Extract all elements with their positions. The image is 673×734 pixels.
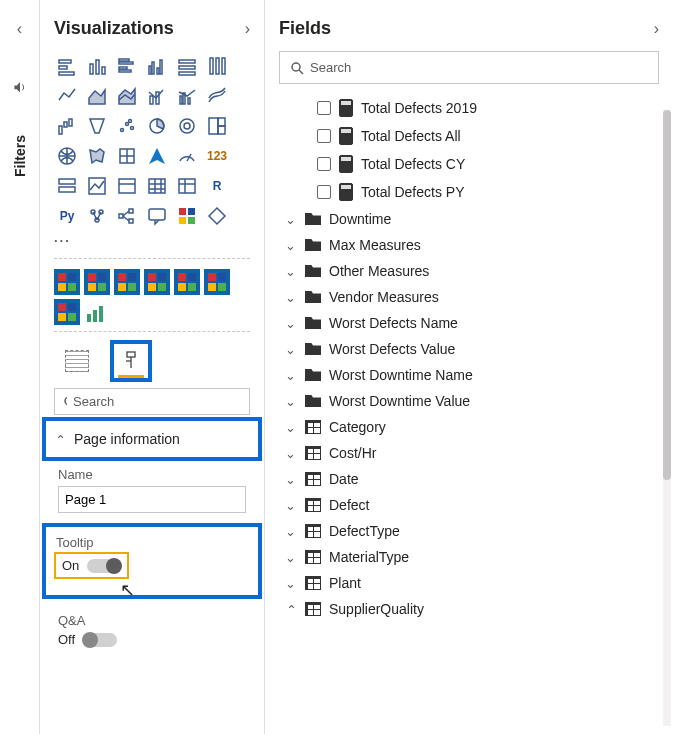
hundred-stacked-column-icon[interactable]	[204, 53, 230, 79]
svg-rect-13	[160, 60, 162, 74]
scrollbar[interactable]	[663, 110, 671, 726]
gauge-icon[interactable]	[174, 143, 200, 169]
smart-narrative-icon[interactable]	[174, 203, 200, 229]
checkbox[interactable]	[317, 101, 331, 115]
area-chart-icon[interactable]	[84, 83, 110, 109]
pie-icon[interactable]	[144, 113, 170, 139]
chevron-down-icon: ⌄	[285, 576, 297, 591]
stacked-area-icon[interactable]	[114, 83, 140, 109]
format-tab-icon[interactable]	[114, 344, 148, 378]
decomposition-tree-icon[interactable]	[114, 203, 140, 229]
line-stacked-column-icon[interactable]	[144, 83, 170, 109]
funnel-icon[interactable]	[84, 113, 110, 139]
r-visual-icon[interactable]: R	[204, 173, 230, 199]
treemap-icon[interactable]	[204, 113, 230, 139]
field-label: Downtime	[329, 211, 391, 227]
svg-rect-69	[179, 217, 186, 224]
stacked-bar-icon[interactable]	[54, 53, 80, 79]
table-icon[interactable]	[144, 173, 170, 199]
field-row[interactable]: ⌄DefectType	[265, 518, 673, 544]
collapse-fields-chevron-icon[interactable]: ›	[654, 20, 659, 38]
qa-visual-icon[interactable]	[144, 203, 170, 229]
qa-toggle[interactable]: Off	[58, 632, 246, 647]
format-search-input[interactable]	[73, 394, 241, 409]
ribbon-chart-icon[interactable]	[204, 83, 230, 109]
slicer-icon[interactable]	[114, 173, 140, 199]
donut-icon[interactable]	[174, 113, 200, 139]
field-row[interactable]: ⌄Plant	[265, 570, 673, 596]
page-information-section[interactable]: ⌄ Page information	[46, 421, 258, 457]
field-row[interactable]: Total Defects PY	[265, 178, 673, 206]
measure-icon	[339, 99, 353, 117]
field-row[interactable]: ⌄Cost/Hr	[265, 440, 673, 466]
field-row[interactable]: ⌄Category	[265, 414, 673, 440]
multi-row-card-icon[interactable]	[54, 173, 80, 199]
field-row[interactable]: ⌄Max Measures	[265, 232, 673, 258]
hundred-stacked-bar-icon[interactable]	[174, 53, 200, 79]
expand-left-chevron-icon[interactable]: ‹	[17, 20, 22, 38]
azure-map-icon[interactable]	[144, 143, 170, 169]
field-row[interactable]: ⌄Vendor Measures	[265, 284, 673, 310]
checkbox[interactable]	[317, 185, 331, 199]
key-influencers-icon[interactable]	[84, 203, 110, 229]
line-chart-icon[interactable]	[54, 83, 80, 109]
field-row[interactable]: ⌄Other Measures	[265, 258, 673, 284]
svg-point-34	[129, 120, 132, 123]
custom-visual-5[interactable]	[174, 269, 200, 295]
filters-pane-collapsed[interactable]: Filters	[12, 135, 28, 177]
chevron-down-icon: ⌄	[285, 472, 297, 487]
custom-visual-4[interactable]	[144, 269, 170, 295]
field-row[interactable]: Total Defects CY	[265, 150, 673, 178]
fields-tab-icon[interactable]	[60, 344, 94, 378]
matrix-icon[interactable]	[174, 173, 200, 199]
field-row[interactable]: ⌄Worst Downtime Name	[265, 362, 673, 388]
scrollbar-thumb[interactable]	[663, 110, 671, 480]
fields-search[interactable]	[279, 51, 659, 84]
scatter-icon[interactable]	[114, 113, 140, 139]
field-row[interactable]: ⌄Worst Defects Value	[265, 336, 673, 362]
field-row[interactable]: ⌄Worst Downtime Value	[265, 388, 673, 414]
collapse-visualizations-chevron-icon[interactable]: ›	[245, 20, 250, 38]
field-row[interactable]: ⌄Defect	[265, 492, 673, 518]
map-icon[interactable]	[54, 143, 80, 169]
shape-map-icon[interactable]	[114, 143, 140, 169]
filled-map-icon[interactable]	[84, 143, 110, 169]
field-row[interactable]: Total Defects 2019	[265, 94, 673, 122]
tooltip-toggle[interactable]: On	[56, 554, 127, 577]
field-row[interactable]: ⌄MaterialType	[265, 544, 673, 570]
kpi-icon[interactable]	[84, 173, 110, 199]
custom-visual-6[interactable]	[204, 269, 230, 295]
field-row[interactable]: ⌄Downtime	[265, 206, 673, 232]
custom-visual-8[interactable]	[84, 299, 110, 325]
page-name-input[interactable]	[58, 486, 246, 513]
selection-icon[interactable]: 🕩	[12, 78, 27, 95]
chevron-up-icon: ⌄	[285, 602, 297, 617]
card-icon[interactable]: 123	[204, 143, 230, 169]
field-row[interactable]: Total Defects All	[265, 122, 673, 150]
checkbox[interactable]	[317, 157, 331, 171]
clustered-bar-icon[interactable]	[114, 53, 140, 79]
custom-visual-2[interactable]	[84, 269, 110, 295]
field-row[interactable]: ⌄Date	[265, 466, 673, 492]
format-search[interactable]	[54, 388, 250, 415]
custom-visual-1[interactable]	[54, 269, 80, 295]
paginated-report-icon[interactable]	[204, 203, 230, 229]
line-clustered-column-icon[interactable]	[174, 83, 200, 109]
svg-point-37	[184, 123, 190, 129]
fields-search-input[interactable]	[310, 60, 648, 75]
python-visual-icon[interactable]: Py	[54, 203, 80, 229]
folder-icon	[305, 213, 321, 225]
more-visuals-button[interactable]: ···	[40, 233, 264, 254]
custom-visual-7[interactable]	[54, 299, 80, 325]
custom-visual-3[interactable]	[114, 269, 140, 295]
stacked-column-icon[interactable]	[84, 53, 110, 79]
svg-rect-40	[218, 126, 225, 134]
field-label: Total Defects CY	[361, 156, 465, 172]
checkbox[interactable]	[317, 129, 331, 143]
svg-rect-24	[180, 96, 182, 104]
clustered-column-icon[interactable]	[144, 53, 170, 79]
field-row[interactable]: ⌄SupplierQuality	[265, 596, 673, 622]
waterfall-icon[interactable]	[54, 113, 80, 139]
field-label: Worst Defects Name	[329, 315, 458, 331]
field-row[interactable]: ⌄Worst Defects Name	[265, 310, 673, 336]
